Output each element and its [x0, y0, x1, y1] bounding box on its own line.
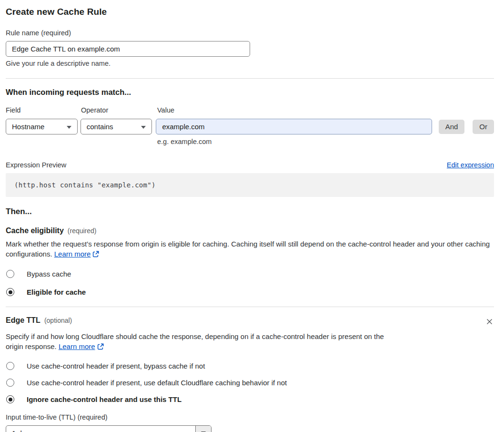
- radio-icon: [6, 288, 14, 296]
- chevron-down-icon: [141, 126, 146, 129]
- edge-ttl-heading: Edge TTL (optional): [6, 316, 72, 325]
- radio-label: Use cache-control header if present, byp…: [27, 362, 205, 370]
- edge-ttl-description: Specify if and how long Cloudflare shoul…: [6, 331, 402, 352]
- edge-ttl-header: Edge TTL (optional): [6, 316, 494, 328]
- value-label: Value: [157, 106, 174, 114]
- page-title: Create new Cache Rule: [6, 7, 494, 17]
- rule-name-help: Give your rule a descriptive name.: [6, 60, 494, 67]
- close-edge-ttl-button[interactable]: [485, 317, 494, 328]
- operator-select[interactable]: contains: [81, 119, 152, 134]
- and-button[interactable]: And: [439, 120, 465, 134]
- learn-more-link[interactable]: Learn more: [54, 250, 91, 258]
- match-controls-row: Hostname contains And Or: [6, 119, 494, 134]
- radio-eligible-for-cache[interactable]: Eligible for cache: [6, 288, 494, 296]
- ttl-select-arrow-button[interactable]: [195, 426, 211, 432]
- external-link-icon: [92, 250, 99, 260]
- ttl-input-label: Input time-to-live (TTL) (required): [6, 413, 494, 421]
- close-icon: [486, 318, 493, 325]
- radio-use-header-default[interactable]: Use cache-control header if present, use…: [6, 379, 494, 387]
- radio-icon: [6, 362, 14, 370]
- radio-bypass-cache[interactable]: Bypass cache: [6, 270, 494, 278]
- cache-eligibility-required-badge: (required): [68, 227, 97, 235]
- radio-label: Bypass cache: [27, 270, 71, 278]
- operator-select-value: contains: [87, 123, 113, 131]
- expression-preview-label: Expression Preview: [6, 161, 66, 169]
- cache-eligibility-title: Cache eligibility: [6, 226, 64, 235]
- cache-eligibility-heading: Cache eligibility (required): [6, 226, 494, 235]
- value-input[interactable]: [156, 119, 432, 134]
- expression-preview-row: Expression Preview Edit expression: [6, 161, 494, 169]
- radio-label: Use cache-control header if present, use…: [27, 379, 287, 387]
- radio-icon: [6, 270, 14, 278]
- field-select[interactable]: Hostname: [6, 119, 78, 134]
- edge-ttl-title: Edge TTL: [6, 316, 40, 325]
- then-heading: Then...: [6, 207, 494, 216]
- ttl-select-value: 1 day: [6, 426, 195, 432]
- radio-label: Eligible for cache: [27, 288, 86, 296]
- edge-ttl-options: Use cache-control header if present, byp…: [6, 362, 494, 403]
- ttl-select[interactable]: 1 day: [6, 425, 212, 432]
- radio-label: Ignore cache-control header and use this…: [27, 395, 181, 403]
- value-help-text: e.g. example.com: [157, 138, 494, 145]
- field-label: Field: [6, 106, 81, 114]
- expression-code-block: (http.host contains "example.com"): [6, 173, 494, 197]
- section-divider: [6, 307, 494, 307]
- external-link-icon: [97, 342, 104, 352]
- match-heading: When incoming requests match...: [6, 88, 494, 97]
- edit-expression-link[interactable]: Edit expression: [447, 161, 494, 169]
- chevron-down-icon: [67, 126, 71, 129]
- match-column-labels: Field Operator Value: [6, 106, 494, 114]
- operator-label: Operator: [81, 106, 157, 114]
- section-divider: [6, 78, 494, 79]
- or-button[interactable]: Or: [473, 120, 494, 134]
- radio-icon: [6, 395, 14, 403]
- radio-use-header-bypass[interactable]: Use cache-control header if present, byp…: [6, 362, 494, 370]
- learn-more-link[interactable]: Learn more: [59, 342, 95, 350]
- radio-icon: [6, 379, 14, 387]
- rule-name-input[interactable]: [6, 41, 250, 57]
- cache-eligibility-description: Mark whether the request’s response from…: [6, 239, 494, 260]
- rule-name-label: Rule name (required): [6, 29, 494, 37]
- field-select-value: Hostname: [12, 123, 44, 131]
- edge-ttl-optional-badge: (optional): [44, 317, 72, 324]
- radio-ignore-header-ttl[interactable]: Ignore cache-control header and use this…: [6, 395, 494, 403]
